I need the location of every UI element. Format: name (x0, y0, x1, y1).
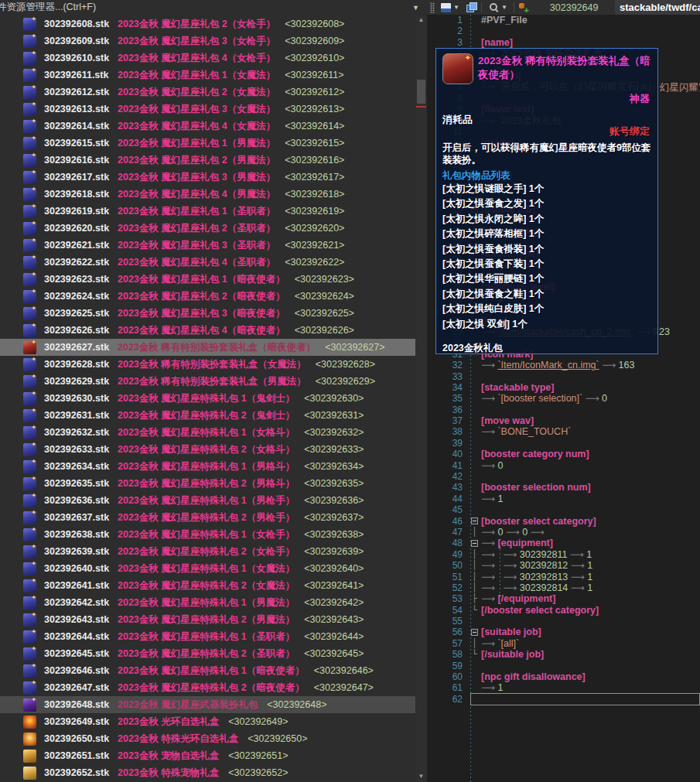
list-item[interactable]: 302392613.stk2023金秋 魔幻星座礼包 3（女魔法）<302392… (0, 101, 415, 118)
line-number: 55 (427, 616, 463, 627)
scroll-up-icon[interactable]: ▲ (416, 16, 426, 24)
list-item[interactable]: 302392617.stk2023金秋 魔幻星座礼包 3（男魔法）<302392… (0, 169, 415, 186)
list-item[interactable]: 302392632.stk2023金秋 魔幻星座特殊礼包 1（女格斗）<3023… (0, 424, 415, 441)
list-item[interactable]: 302392634.stk2023金秋 魔幻星座特殊礼包 1（男格斗）<3023… (0, 458, 415, 475)
fold-collapse-icon[interactable] (471, 540, 478, 547)
list-item[interactable]: 302392630.stk2023金秋 魔幻星座特殊礼包 1（鬼剑士）<3023… (0, 390, 415, 407)
editor-line[interactable]: 3[name] (427, 37, 700, 48)
editor-line[interactable]: 41⟶ 0 (427, 460, 700, 471)
editor-line[interactable]: 32⟶ `Item/IconMark_cn.img` ⟶ 163 (427, 360, 700, 371)
list-item[interactable]: 302392610.stk2023金秋 魔幻星座礼包 4（女枪手）<302392… (0, 50, 415, 67)
editor-line[interactable]: 48⟶ [equipment] (427, 538, 700, 548)
editor-line[interactable]: 33 (427, 371, 700, 382)
editor-line[interactable]: 38⟶ `BONE_TOUCH` (427, 426, 700, 437)
editor-line[interactable]: 47│⟶ 0 ⟶ 0 ⟶ (427, 527, 700, 538)
editor-line[interactable]: 59 (427, 661, 700, 671)
editor-line[interactable]: 52│⟶ ⟶ 302392814 ⟶ 1 (427, 582, 700, 593)
list-item[interactable]: 302392641.stk2023金秋 魔幻星座特殊礼包 2（女魔法）<3023… (0, 577, 415, 594)
list-item[interactable]: 302392623.stk2023金秋 魔幻星座礼包 1（暗夜使者）<30239… (0, 271, 415, 288)
editor-line[interactable]: 36 (427, 405, 700, 415)
list-item[interactable]: 302392608.stk2023金秋 魔幻星座礼包 2（女枪手）<302392… (0, 15, 415, 32)
editor-line[interactable]: 62 (427, 694, 700, 705)
list-item[interactable]: 302392621.stk2023金秋 魔幻星座礼包 3（圣职者）<302392… (0, 237, 415, 254)
save-icon[interactable] (441, 3, 451, 12)
add-mark-icon[interactable] (518, 2, 528, 12)
drag-handle-icon[interactable] (430, 2, 435, 13)
list-item[interactable]: 302392614.stk2023金秋 魔幻星座礼包 4（女魔法）<302392… (0, 118, 415, 135)
list-item[interactable]: 302392612.stk2023金秋 魔幻星座礼包 2（女魔法）<302392… (0, 84, 415, 101)
list-item[interactable]: 302392640.stk2023金秋 魔幻星座特殊礼包 1（女魔法）<3023… (0, 560, 415, 577)
editor-line[interactable]: 44⟶ 1 (427, 493, 700, 504)
fold-collapse-icon[interactable] (471, 629, 478, 636)
search-icon[interactable] (489, 2, 499, 12)
editor-line[interactable]: 56[suitable job] (427, 627, 700, 637)
editor-line[interactable]: 43[booster selection num] (427, 482, 700, 493)
list-item[interactable]: 302392648.stk2023金秋 魔幻星座武器装扮礼包<302392648… (0, 696, 415, 713)
editor-line[interactable]: 53├⟶ [/equipment] (427, 593, 700, 604)
list-item[interactable]: 302392624.stk2023金秋 魔幻星座礼包 2（暗夜使者）<30239… (0, 288, 415, 305)
list-item[interactable]: 302392633.stk2023金秋 魔幻星座特殊礼包 2（女格斗）<3023… (0, 441, 415, 458)
editor-line[interactable]: 51│⟶ ⟶ 302392813 ⟶ 1 (427, 572, 700, 582)
scroll-down-icon[interactable]: ▼ (416, 773, 426, 780)
copy-icon[interactable] (466, 2, 477, 12)
scrollbar-thumb[interactable] (417, 80, 425, 104)
toolbar-separator (481, 2, 482, 12)
resource-link[interactable]: `Item/IconMark_cn.img` (497, 360, 599, 371)
search-dropdown-caret-icon[interactable]: ▼ (501, 4, 507, 11)
list-item[interactable]: 302392644.stk2023金秋 魔幻星座特殊礼包 1（圣职者）<3023… (0, 628, 415, 645)
list-item[interactable]: 302392625.stk2023金秋 魔幻星座礼包 3（暗夜使者）<30239… (0, 305, 415, 322)
editor-line[interactable]: 1#PVF_File (427, 15, 700, 26)
list-item[interactable]: 302392639.stk2023金秋 魔幻星座特殊礼包 2（女枪手）<3023… (0, 543, 415, 560)
editor-line[interactable]: 39 (427, 438, 700, 449)
list-item[interactable]: 302392629.stk2023金秋 稀有特别装扮套装礼盒（男魔法）<3023… (0, 373, 415, 390)
save-dropdown-caret-icon[interactable]: ▼ (453, 4, 459, 11)
list-item[interactable]: 302392643.stk2023金秋 魔幻星座特殊礼包 2（男魔法）<3023… (0, 611, 415, 628)
editor-line[interactable]: 40[booster category num] (427, 449, 700, 459)
list-item[interactable]: 302392649.stk2023金秋 光环自选礼盒<302392649> (0, 713, 415, 730)
list-item[interactable]: 302392618.stk2023金秋 魔幻星座礼包 4（男魔法）<302392… (0, 186, 415, 203)
editor-line[interactable]: 49│⟶ ⟶ 302392811 ⟶ 1 (427, 549, 700, 560)
list-item[interactable]: 302392626.stk2023金秋 魔幻星座礼包 4（暗夜使者）<30239… (0, 322, 415, 339)
list-scrollbar[interactable]: ▲ ▼ (416, 15, 426, 782)
list-item[interactable]: 302392609.stk2023金秋 魔幻星座礼包 3（女枪手）<302392… (0, 32, 415, 50)
list-item[interactable]: 302392619.stk2023金秋 魔幻星座礼包 1（圣职者）<302392… (0, 203, 415, 220)
list-item[interactable]: 302392638.stk2023金秋 魔幻星座特殊礼包 1（女枪手）<3023… (0, 526, 415, 543)
fold-collapse-icon[interactable] (471, 517, 478, 524)
list-item[interactable]: 302392637.stk2023金秋 魔幻星座特殊礼包 2（男枪手）<3023… (0, 509, 415, 526)
chevron-down-icon[interactable]: ▼ (412, 1, 419, 15)
list-item[interactable]: 302392651.stk2023金秋 宠物自选礼盒<302392651> (0, 747, 415, 764)
list-item[interactable]: 302392611.stk2023金秋 魔幻星座礼包 1（女魔法）<302392… (0, 67, 415, 84)
list-item[interactable]: 302392650.stk2023金秋 特殊光环自选礼盒<302392650> (0, 730, 415, 747)
editor-line[interactable]: 45 (427, 504, 700, 515)
list-item[interactable]: 302392622.stk2023金秋 魔幻星座礼包 4（圣职者）<302392… (0, 254, 415, 271)
editor-line[interactable]: 57│⟶ `[all]` (427, 638, 700, 649)
editor-line[interactable]: 34[stackable type] (427, 382, 700, 393)
editor-line[interactable]: 2 (427, 26, 700, 36)
editor-line[interactable]: 61⟶ 1 (427, 682, 700, 693)
editor-line[interactable]: 58└[/suitable job] (427, 649, 700, 660)
list-item[interactable]: 302392620.stk2023金秋 魔幻星座礼包 2（圣职者）<302392… (0, 220, 415, 237)
list-item[interactable]: 302392647.stk2023金秋 魔幻星座特殊礼包 2（暗夜使者）<302… (0, 679, 415, 696)
list-item[interactable]: 302392631.stk2023金秋 魔幻星座特殊礼包 2（鬼剑士）<3023… (0, 407, 415, 424)
list-item[interactable]: 302392616.stk2023金秋 魔幻星座礼包 2（男魔法）<302392… (0, 152, 415, 169)
editor-line[interactable]: 37[move wav] (427, 415, 700, 426)
search-filter-input[interactable]: 件资源管理器...(Ctrl+F) ▼ (0, 0, 427, 15)
editor-line[interactable]: 42 (427, 471, 700, 482)
editor-line[interactable]: 50│⟶ ⟶ 302392812 ⟶ 1 (427, 560, 700, 571)
list-item[interactable]: 302392628.stk2023金秋 稀有特别装扮套装礼盒（女魔法）<3023… (0, 356, 415, 373)
list-item[interactable]: 302392627.stk2023金秋 稀有特别装扮套装礼盒（暗夜使者）<302… (0, 339, 415, 356)
line-number: 54 (427, 605, 463, 616)
list-item[interactable]: 302392642.stk2023金秋 魔幻星座特殊礼包 1（男魔法）<3023… (0, 594, 415, 611)
list-item[interactable]: 302392615.stk2023金秋 魔幻星座礼包 1（男魔法）<302392… (0, 135, 415, 152)
list-item[interactable]: 302392646.stk2023金秋 魔幻星座特殊礼包 1（暗夜使者）<302… (0, 662, 415, 679)
list-item[interactable]: 302392652.stk2023金秋 特殊宠物礼盒<302392652> (0, 764, 415, 781)
editor-line[interactable]: 60[npc gift disallowance] (427, 671, 700, 682)
editor-line[interactable]: 54└[/booster select category] (427, 605, 700, 616)
editor-line[interactable]: 46[booster select category] (427, 516, 700, 527)
tooltip-footer: 2023金秋礼包 (442, 342, 503, 355)
editor-line[interactable]: 55 (427, 616, 700, 627)
list-item[interactable]: 302392645.stk2023金秋 魔幻星座特殊礼包 2（圣职者）<3023… (0, 645, 415, 662)
list-item[interactable]: 302392635.stk2023金秋 魔幻星座特殊礼包 2（男格斗）<3023… (0, 475, 415, 492)
list-item[interactable]: 302392636.stk2023金秋 魔幻星座特殊礼包 1（男枪手）<3023… (0, 492, 415, 509)
editor-line[interactable]: 35⟶ `[booster selection]` ⟶ 0 (427, 393, 700, 404)
